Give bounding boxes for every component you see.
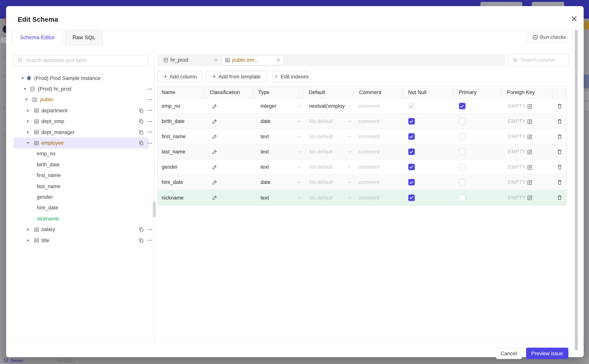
edit-foreign-key-icon[interactable] bbox=[527, 195, 532, 200]
cancel-button[interactable]: Cancel bbox=[496, 348, 522, 359]
tree-column-last_name[interactable]: last_name bbox=[13, 181, 148, 192]
cell-name[interactable]: emp_no bbox=[158, 99, 204, 113]
chevron-right-icon[interactable] bbox=[26, 109, 30, 112]
primary-checkbox[interactable] bbox=[459, 179, 465, 185]
trash-icon[interactable] bbox=[557, 134, 562, 139]
more-options-icon[interactable] bbox=[147, 238, 152, 243]
more-options-icon[interactable] bbox=[147, 140, 152, 146]
edit-indexes-button[interactable]: Edit indexes bbox=[273, 71, 310, 82]
tree-item-department[interactable]: department bbox=[13, 105, 148, 116]
not-null-checkbox[interactable] bbox=[408, 118, 415, 124]
cell-comment-input[interactable]: comment bbox=[354, 129, 403, 144]
add-from-template-button[interactable]: Add from template bbox=[206, 71, 267, 82]
cell-type-select[interactable]: text bbox=[253, 160, 303, 174]
cell-comment-input[interactable]: comment bbox=[354, 99, 403, 113]
more-options-icon[interactable] bbox=[147, 227, 152, 232]
more-options-icon[interactable] bbox=[147, 119, 152, 124]
edit-foreign-key-icon[interactable] bbox=[527, 103, 532, 109]
tab-chip-public-employee[interactable]: public.em... bbox=[222, 55, 283, 65]
cell-default-select[interactable]: nextval('employ bbox=[303, 99, 354, 113]
cell-comment-input[interactable]: comment bbox=[354, 175, 403, 190]
cell-comment-input[interactable]: comment bbox=[354, 144, 403, 159]
cell-type-select[interactable]: date bbox=[253, 114, 303, 129]
edit-foreign-key-icon[interactable] bbox=[527, 119, 532, 124]
chevron-right-icon[interactable] bbox=[26, 228, 30, 231]
chevron-down-icon[interactable] bbox=[21, 76, 24, 80]
trash-icon[interactable] bbox=[557, 149, 562, 154]
cell-type-select[interactable]: text bbox=[253, 129, 303, 144]
cell-type-select[interactable]: integer bbox=[253, 99, 303, 113]
pencil-icon[interactable] bbox=[212, 195, 217, 200]
more-options-icon[interactable] bbox=[147, 86, 152, 91]
primary-checkbox[interactable] bbox=[459, 194, 465, 201]
tree-item--prod--hr_prod[interactable]: (Prod) hr_prod bbox=[13, 84, 148, 94]
primary-checkbox[interactable] bbox=[459, 149, 465, 155]
primary-checkbox[interactable] bbox=[459, 118, 465, 124]
not-null-checkbox[interactable] bbox=[408, 179, 415, 185]
add-column-button[interactable]: Add column bbox=[157, 71, 202, 82]
copy-icon[interactable] bbox=[139, 130, 144, 135]
edit-foreign-key-icon[interactable] bbox=[527, 134, 532, 139]
close-icon[interactable] bbox=[214, 58, 218, 62]
tree-item-dept_manager[interactable]: dept_manager bbox=[13, 127, 148, 138]
copy-icon[interactable] bbox=[139, 119, 144, 124]
pencil-icon[interactable] bbox=[212, 103, 217, 109]
tree-column-hire_date[interactable]: hire_date bbox=[13, 202, 148, 213]
cell-default-select[interactable]: No default bbox=[303, 160, 354, 174]
not-null-checkbox[interactable] bbox=[408, 103, 415, 109]
database-search-input[interactable]: Search database and table bbox=[13, 55, 148, 66]
trash-icon[interactable] bbox=[557, 180, 562, 185]
tree-item-public[interactable]: public bbox=[13, 94, 148, 105]
cell-name[interactable]: last_name bbox=[158, 144, 204, 159]
trash-icon[interactable] bbox=[557, 103, 562, 109]
tree-item-salary[interactable]: salary bbox=[13, 224, 148, 235]
trash-icon[interactable] bbox=[557, 119, 562, 124]
cell-name[interactable]: first_name bbox=[158, 129, 204, 144]
cell-default-select[interactable]: No default bbox=[303, 114, 354, 129]
pencil-icon[interactable] bbox=[212, 134, 217, 139]
chevron-down-icon[interactable] bbox=[25, 98, 28, 101]
not-null-checkbox[interactable] bbox=[408, 164, 415, 170]
tab-chip-hr-prod[interactable]: hr_prod bbox=[161, 55, 220, 65]
cell-name[interactable]: birth_date bbox=[158, 114, 204, 129]
pencil-icon[interactable] bbox=[212, 180, 217, 185]
tree-item--prod--prod-sample-instance[interactable]: (Prod) Prod Sample Instance bbox=[13, 73, 148, 84]
panel-resize-handle[interactable] bbox=[153, 202, 156, 217]
edit-foreign-key-icon[interactable] bbox=[527, 180, 532, 185]
cell-default-select[interactable]: No default bbox=[303, 175, 354, 190]
trash-icon[interactable] bbox=[557, 164, 562, 170]
column-search-input[interactable]: Search column bbox=[509, 54, 569, 66]
more-options-icon[interactable] bbox=[147, 108, 152, 113]
cell-type-select[interactable]: text bbox=[253, 190, 303, 205]
tree-item-dept_emp[interactable]: dept_emp bbox=[13, 116, 148, 127]
pencil-icon[interactable] bbox=[212, 119, 217, 124]
cell-type-select[interactable]: text bbox=[253, 144, 303, 159]
preview-issue-button[interactable]: Preview issue bbox=[526, 348, 568, 359]
tree-column-gender[interactable]: gender bbox=[13, 192, 148, 202]
cell-comment-input[interactable]: comment bbox=[354, 190, 403, 205]
cell-type-select[interactable]: date bbox=[253, 175, 303, 190]
trash-icon[interactable] bbox=[557, 195, 562, 200]
close-icon[interactable] bbox=[276, 58, 281, 62]
not-null-checkbox[interactable] bbox=[408, 149, 415, 155]
cell-name[interactable]: gender bbox=[158, 160, 204, 174]
tab-schema-editor[interactable]: Schema Editor bbox=[12, 30, 63, 45]
copy-icon[interactable] bbox=[139, 108, 144, 113]
copy-icon[interactable] bbox=[139, 141, 144, 145]
tree-column-birth_date[interactable]: birth_date bbox=[13, 159, 148, 170]
cell-default-select[interactable]: No default bbox=[303, 144, 354, 159]
cell-comment-input[interactable]: comment bbox=[354, 114, 403, 129]
tab-raw-sql[interactable]: Raw SQL bbox=[65, 30, 103, 45]
edit-foreign-key-icon[interactable] bbox=[527, 149, 532, 154]
run-checks-button[interactable]: Run checks bbox=[526, 32, 572, 42]
pencil-icon[interactable] bbox=[212, 149, 217, 154]
more-options-icon[interactable] bbox=[147, 97, 152, 102]
edit-foreign-key-icon[interactable] bbox=[527, 164, 532, 170]
modal-scrollbar-thumb[interactable] bbox=[575, 30, 578, 350]
cell-default-select[interactable]: No default bbox=[303, 190, 354, 205]
not-null-checkbox[interactable] bbox=[408, 133, 415, 140]
close-icon[interactable] bbox=[569, 13, 579, 24]
chevron-right-icon[interactable] bbox=[26, 120, 30, 123]
primary-checkbox[interactable] bbox=[459, 164, 465, 170]
chevron-down-icon[interactable] bbox=[23, 87, 27, 91]
